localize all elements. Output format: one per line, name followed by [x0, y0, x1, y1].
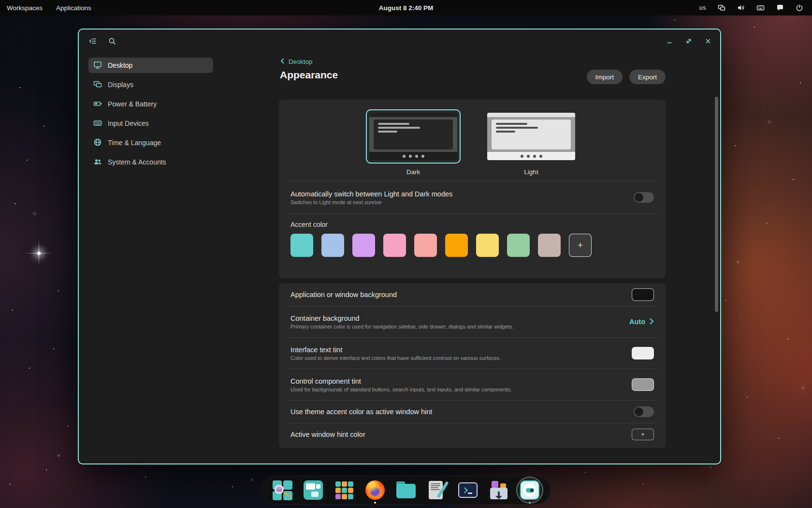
globe-icon	[93, 138, 102, 148]
window-background-row: Application or window background	[279, 284, 666, 306]
sidebar-item-input-devices[interactable]: Input Devices	[88, 116, 213, 131]
control-component-tint-swatch[interactable]	[632, 378, 654, 391]
appearance-page: Desktop Appearance Import Export Dark	[279, 53, 666, 463]
light-mode-option[interactable]: Light	[484, 109, 579, 176]
settings-sidebar: Desktop Displays Power & Battery	[88, 58, 213, 174]
light-mode-label: Light	[524, 168, 538, 176]
auto-switch-toggle[interactable]	[634, 192, 654, 203]
interface-text-tint-swatch[interactable]	[632, 347, 654, 359]
accent-swatch-orange[interactable]	[445, 234, 468, 257]
colors-card: Application or window background Contain…	[279, 284, 666, 448]
sidebar-item-time-language[interactable]: Time & Language	[88, 135, 213, 150]
dock-launcher-icon[interactable]	[269, 477, 296, 504]
sidebar-item-label: Power & Battery	[108, 100, 157, 108]
sidebar-item-label: Input Devices	[108, 120, 149, 127]
close-button[interactable]	[705, 38, 711, 45]
power-icon[interactable]	[796, 4, 803, 12]
applications-menu[interactable]: Applications	[49, 0, 98, 15]
accent-swatch-teal[interactable]	[290, 234, 313, 257]
control-component-tint-row: Control component tint Used for backgrou…	[279, 369, 666, 400]
dark-mode-label: Dark	[406, 168, 420, 176]
light-mode-preview	[487, 113, 575, 160]
auto-switch-subtitle: Switches to Light mode at next sunrise	[290, 199, 634, 205]
workspaces-menu[interactable]: Workspaces	[0, 0, 49, 15]
container-background-auto-link[interactable]: Auto	[629, 318, 654, 326]
displays-icon	[93, 80, 102, 90]
add-accent-color-button[interactable]: +	[569, 234, 592, 257]
active-window-hint-color-swatch[interactable]: +	[632, 429, 654, 440]
desktop-icon	[93, 60, 102, 71]
row-title: Use theme accent color as active window …	[290, 408, 634, 416]
interface-text-tint-row: Interface text tint Color used to derive…	[279, 338, 666, 369]
accent-swatch-pink[interactable]	[383, 234, 406, 257]
battery-icon	[93, 99, 102, 109]
sidebar-item-label: Time & Language	[108, 139, 161, 147]
container-background-row: Container background Primary container c…	[279, 306, 666, 337]
row-subtitle: Color used to derive interface text colo…	[290, 355, 632, 361]
chat-icon[interactable]	[776, 4, 784, 12]
accent-color-section: Accent color +	[279, 214, 666, 257]
dock-app-library-icon[interactable]	[331, 477, 358, 504]
active-window-hint-color-row: Active window hint color +	[279, 423, 666, 446]
minimize-button[interactable]	[666, 38, 673, 45]
search-icon[interactable]	[108, 37, 116, 45]
chevron-right-icon	[649, 318, 654, 326]
dock-settings-icon[interactable]	[516, 477, 543, 504]
row-title: Interface text tint	[290, 346, 632, 354]
collapse-sidebar-icon[interactable]	[88, 37, 97, 45]
breadcrumb[interactable]: Desktop	[280, 58, 313, 65]
accent-window-hint-toggle[interactable]	[634, 406, 654, 417]
dock-workspaces-icon[interactable]	[300, 477, 327, 504]
dock-text-editor-icon[interactable]	[423, 477, 450, 504]
auto-switch-title: Automatically switch between Light and D…	[290, 190, 634, 198]
accent-window-hint-row: Use theme accent color as active window …	[279, 401, 666, 423]
auto-switch-row: Automatically switch between Light and D…	[279, 181, 666, 213]
displays-icon[interactable]	[718, 4, 725, 12]
accent-swatch-warmgrey[interactable]	[538, 234, 561, 257]
mode-card: Dark Light Automatically switch between …	[279, 100, 666, 278]
dark-mode-preview	[369, 113, 457, 160]
dock-terminal-icon[interactable]	[454, 477, 481, 504]
accent-swatch-yellow[interactable]	[476, 234, 499, 257]
keyboard-icon	[93, 119, 102, 129]
clock[interactable]: August 8 2:40 PM	[379, 4, 434, 12]
dock-firefox-icon[interactable]	[362, 477, 389, 504]
sidebar-item-displays[interactable]: Displays	[88, 77, 213, 92]
top-panel: Workspaces Applications August 8 2:40 PM…	[0, 0, 812, 15]
sidebar-item-label: Displays	[108, 81, 133, 89]
accent-swatch-salmon[interactable]	[414, 234, 437, 257]
keyboard-icon[interactable]	[756, 4, 765, 12]
import-button[interactable]: Import	[587, 70, 623, 84]
dark-mode-option[interactable]: Dark	[366, 109, 461, 176]
export-button[interactable]: Export	[629, 70, 666, 84]
bright-star	[37, 252, 41, 255]
window-background-swatch[interactable]	[632, 288, 654, 301]
auto-link-label: Auto	[629, 318, 645, 326]
sidebar-item-system-accounts[interactable]: System & Accounts	[88, 154, 213, 170]
row-title: Control component tint	[290, 377, 632, 385]
settings-window: Desktop Displays Power & Battery	[78, 29, 721, 464]
dock	[261, 476, 551, 505]
accent-color-label: Accent color	[290, 221, 654, 228]
row-subtitle: Used for backgrounds of standard buttons…	[290, 387, 632, 392]
keyboard-layout-applet[interactable]: us	[699, 4, 706, 11]
row-subtitle: Primary container color is used for navi…	[290, 324, 629, 329]
row-title: Active window hint color	[290, 431, 632, 438]
volume-icon[interactable]	[737, 4, 745, 12]
chevron-left-icon	[280, 58, 285, 65]
row-title: Application or window background	[290, 291, 632, 299]
breadcrumb-label: Desktop	[289, 58, 313, 65]
users-icon	[93, 157, 102, 167]
sidebar-item-label: Desktop	[108, 61, 132, 69]
accent-swatch-purple[interactable]	[352, 234, 375, 257]
sidebar-item-desktop[interactable]: Desktop	[88, 58, 213, 73]
sidebar-item-label: System & Accounts	[108, 158, 166, 166]
dock-software-store-icon[interactable]	[485, 477, 512, 504]
sidebar-item-power-battery[interactable]: Power & Battery	[88, 96, 213, 112]
accent-swatch-green[interactable]	[507, 234, 530, 257]
dock-files-icon[interactable]	[392, 477, 420, 504]
maximize-button[interactable]	[685, 38, 692, 45]
scrollbar[interactable]	[715, 97, 718, 312]
accent-swatch-blue[interactable]	[321, 234, 344, 257]
row-title: Container background	[290, 314, 629, 322]
